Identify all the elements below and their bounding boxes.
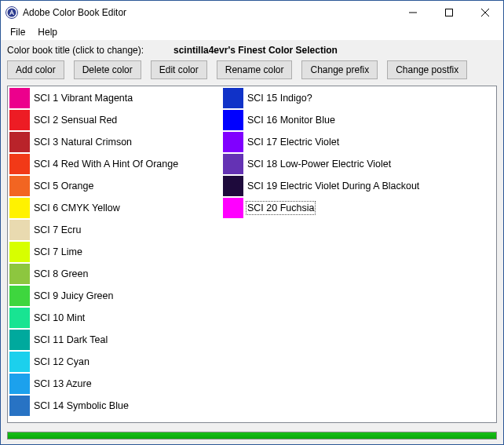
color-label: SCI 19 Electric Violet During A Blackout <box>246 179 421 193</box>
close-button[interactable] <box>467 1 503 24</box>
color-item[interactable]: SCI 5 Orange <box>9 175 223 197</box>
color-label: SCI 1 Vibrant Magenta <box>32 91 134 105</box>
color-item[interactable]: SCI 11 Dark Teal <box>9 329 223 351</box>
color-item[interactable]: SCI 16 Monitor Blue <box>223 109 436 131</box>
color-item[interactable]: SCI 15 Indigo? <box>223 87 436 109</box>
color-item[interactable]: SCI 4 Red With A Hint Of Orange <box>9 153 223 175</box>
color-swatch <box>223 110 243 130</box>
color-label: SCI 14 Symbolic Blue <box>32 399 130 413</box>
svg-rect-3 <box>446 9 453 16</box>
color-swatch <box>9 396 30 416</box>
client-area: Color book title (click to change): scin… <box>1 40 503 444</box>
window-title: Adobe Color Book Editor <box>23 7 395 18</box>
color-item[interactable]: SCI 3 Natural Crimson <box>9 131 223 153</box>
color-label: SCI 2 Sensual Red <box>32 113 119 127</box>
book-title-label: Color book title (click to change): <box>7 45 173 56</box>
color-item[interactable]: SCI 9 Juicy Green <box>9 285 223 307</box>
color-swatch <box>223 198 243 218</box>
color-item[interactable]: SCI 6 CMYK Yellow <box>9 197 223 219</box>
color-label: SCI 11 Dark Teal <box>32 333 109 347</box>
color-swatch <box>9 154 30 174</box>
maximize-button[interactable] <box>431 1 467 24</box>
color-swatch <box>223 176 243 196</box>
menu-file[interactable]: File <box>4 25 31 39</box>
color-item[interactable]: SCI 1 Vibrant Magenta <box>9 87 223 109</box>
app-icon <box>5 6 18 19</box>
color-swatch <box>9 374 30 394</box>
color-item[interactable]: SCI 18 Low-Power Electric Violet <box>223 153 436 175</box>
color-label: SCI 7 Lime <box>32 245 84 259</box>
menubar: File Help <box>1 24 503 40</box>
rename-color-button[interactable]: Rename color <box>217 60 293 79</box>
color-list[interactable]: SCI 1 Vibrant MagentaSCI 2 Sensual RedSC… <box>7 86 497 423</box>
add-color-button[interactable]: Add color <box>7 60 64 79</box>
book-title-row: Color book title (click to change): scin… <box>7 45 497 56</box>
color-swatch <box>9 220 30 240</box>
color-swatch <box>9 308 30 328</box>
color-swatch <box>9 330 30 350</box>
color-label: SCI 10 Mint <box>32 311 86 325</box>
color-swatch <box>9 176 30 196</box>
color-label: SCI 12 Cyan <box>32 355 91 369</box>
minimize-button[interactable] <box>395 1 431 24</box>
status-bar <box>7 432 497 440</box>
titlebar: Adobe Color Book Editor <box>1 1 503 24</box>
color-label: SCI 18 Low-Power Electric Violet <box>246 157 393 171</box>
color-item[interactable]: SCI 14 Symbolic Blue <box>9 395 223 417</box>
color-swatch <box>223 88 243 108</box>
color-swatch <box>9 110 30 130</box>
color-label: SCI 8 Green <box>32 267 89 281</box>
color-swatch <box>9 352 30 372</box>
color-swatch <box>9 132 30 152</box>
color-item[interactable]: SCI 19 Electric Violet During A Blackout <box>223 175 436 197</box>
color-swatch <box>9 286 30 306</box>
color-item[interactable]: SCI 12 Cyan <box>9 351 223 373</box>
color-label: SCI 17 Electric Violet <box>246 135 341 149</box>
color-item[interactable]: SCI 17 Electric Violet <box>223 131 436 153</box>
color-swatch <box>9 198 30 218</box>
color-item[interactable]: SCI 2 Sensual Red <box>9 109 223 131</box>
color-label: SCI 15 Indigo? <box>246 91 314 105</box>
delete-color-button[interactable]: Delete color <box>74 60 141 79</box>
color-item[interactable]: SCI 10 Mint <box>9 307 223 329</box>
color-item[interactable]: SCI 13 Azure <box>9 373 223 395</box>
color-label: SCI 6 CMYK Yellow <box>32 201 122 215</box>
toolbar: Add color Delete color Edit color Rename… <box>7 60 497 79</box>
color-swatch <box>223 154 243 174</box>
color-swatch <box>9 242 30 262</box>
color-label: SCI 9 Juicy Green <box>32 289 115 303</box>
edit-color-button[interactable]: Edit color <box>151 60 207 79</box>
color-label: SCI 3 Natural Crimson <box>32 135 133 149</box>
color-swatch <box>223 132 243 152</box>
color-item[interactable]: SCI 7 Ecru <box>9 219 223 241</box>
color-label: SCI 13 Azure <box>32 377 93 391</box>
color-label: SCI 16 Monitor Blue <box>246 113 337 127</box>
color-swatch <box>9 264 30 284</box>
menu-help[interactable]: Help <box>31 25 64 39</box>
color-label: SCI 5 Orange <box>32 179 95 193</box>
change-prefix-button[interactable]: Change prefix <box>301 60 378 79</box>
color-label: SCI 7 Ecru <box>32 223 82 237</box>
color-label: SCI 4 Red With A Hint Of Orange <box>32 157 180 171</box>
book-title-value[interactable]: scintilla4evr's Finest Color Selection <box>173 45 338 56</box>
change-postfix-button[interactable]: Change postfix <box>387 60 467 79</box>
color-label: SCI 20 Fuchsia <box>246 201 316 215</box>
window-controls <box>395 1 503 24</box>
color-item[interactable]: SCI 8 Green <box>9 263 223 285</box>
color-item[interactable]: SCI 7 Lime <box>9 241 223 263</box>
color-swatch <box>9 88 30 108</box>
color-item[interactable]: SCI 20 Fuchsia <box>223 197 436 219</box>
